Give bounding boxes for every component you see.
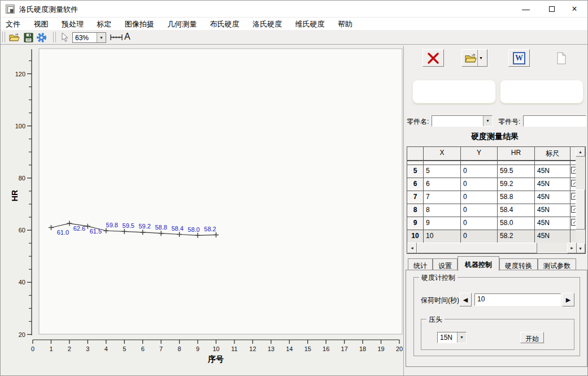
cell-scale: 45N [535,165,570,178]
settings-button[interactable] [35,32,47,43]
data-point-label: 59.2 [138,223,150,230]
cell-y: 0 [461,191,498,204]
cell-hr: 58.2 [498,230,535,243]
cell-x: 6 [424,178,461,191]
svg-text:60: 60 [19,227,25,234]
hold-time-input[interactable]: 10 [474,293,561,306]
control-tabs: 统计 设置 机器控制 硬度转换 测试参数 [406,256,587,271]
data-point-label: 58.0 [188,226,199,233]
svg-text:4: 4 [104,345,108,352]
header-scale: 标尺 [535,147,570,161]
cell-y: 0 [461,178,498,191]
svg-text:1: 1 [49,345,53,352]
cell-x: 9 [424,217,461,230]
table-row[interactable]: 8 8 0 58.4 45N ✓ [407,204,577,217]
hold-time-increase-button[interactable]: ▶ [562,293,574,306]
y-axis-label: HR [10,190,19,201]
hardness-line-chart: 20406080100120HR012345678910111213141516… [1,46,403,376]
svg-text:18: 18 [359,345,366,352]
table-row[interactable]: 5 5 0 59.5 45N ✓ [407,165,577,178]
table-row-partial [407,161,577,165]
gear-icon [36,32,47,43]
cell-x: 7 [424,191,461,204]
svg-text:40: 40 [19,279,25,286]
chevron-down-icon[interactable]: ▼ [457,332,466,343]
data-point-label: 59.8 [106,222,118,228]
menu-brinell[interactable]: 布氏硬度 [207,18,243,31]
zoom-level-combobox[interactable]: 63% ▼ [72,32,106,43]
minimize-button[interactable]: — [513,1,539,18]
menu-vickers[interactable]: 维氏硬度 [292,18,328,31]
text-annotation-button[interactable]: A [124,32,130,42]
indenter-value: 15N [440,334,452,342]
tab-machine-control[interactable]: 机器控制 [458,256,499,271]
cell-hr: 59.2 [498,178,535,191]
cell-rownum: 10 [407,230,424,243]
toolbar-separator [2,32,5,42]
cell-x: 10 [424,230,461,243]
menu-view[interactable]: 视图 [30,18,51,31]
titlebar: 洛氏硬度测量软件 — × [1,1,587,18]
table-scroll-left-button[interactable]: ◄ [407,243,417,253]
svg-text:2: 2 [68,345,71,352]
tab-settings[interactable]: 设置 [433,258,458,271]
new-document-button[interactable] [551,49,572,67]
export-word-button[interactable]: W [508,49,530,67]
table-scroll-down-button[interactable]: ▼ [576,244,585,253]
table-scroll-up-button[interactable]: ▲ [576,147,585,157]
menu-calibration[interactable]: 标定 [93,18,115,31]
toolbar-separator [53,32,56,42]
ruler-icon [110,34,123,41]
part-number-input[interactable] [523,115,586,127]
table-header-row: X Y HR 标尺 [407,147,577,161]
save-button[interactable] [22,32,34,43]
tester-control-groupbox: 硬度计控制 保荷时间(秒) ◀ 10 ▶ 压头 15N ▼ 开始 [413,277,580,356]
select-cursor-button[interactable] [59,32,71,43]
svg-text:19: 19 [377,345,384,352]
table-row[interactable]: 9 9 0 58.0 45N ✓ [407,217,577,230]
display-panel-left [412,80,496,103]
tab-test-parameters[interactable]: 测试参数 [538,258,576,271]
table-row-selected[interactable]: 10 10 0 58.2 45N [407,230,577,243]
menu-rockwell[interactable]: 洛氏硬度 [249,18,285,31]
menu-geometry-measure[interactable]: 几何测量 [164,18,200,31]
cell-rownum: 9 [407,217,424,230]
menu-preprocess[interactable]: 预处理 [58,18,87,31]
chevron-down-icon[interactable]: ▼ [477,50,484,66]
menu-image-capture[interactable]: 图像拍摄 [121,18,158,31]
data-point-label: 61.5 [90,228,102,235]
table-scroll-right-button[interactable]: ► [567,243,577,253]
cell-x: 8 [424,204,461,217]
hold-time-decrease-button[interactable]: ◀ [459,293,472,306]
open-file-button[interactable] [8,32,21,43]
svg-text:13: 13 [268,345,275,352]
menu-file[interactable]: 文件 [2,18,24,31]
table-row[interactable]: 6 6 0 59.2 45N ✓ [407,178,577,191]
svg-text:20: 20 [396,345,403,352]
indenter-combobox[interactable]: 15N ▼ [437,332,467,343]
menu-help[interactable]: 帮助 [334,18,356,31]
close-button[interactable]: × [561,1,587,18]
cell-scale: 45N [535,230,570,243]
data-point-label: 58.4 [171,225,183,232]
open-report-button[interactable]: ▼ [461,49,487,67]
delete-record-button[interactable] [423,49,444,67]
table-row[interactable]: 7 7 0 58.8 45N ✓ [407,191,577,204]
toolbar: 63% ▼ A [1,30,587,45]
svg-text:3: 3 [86,345,89,352]
chevron-down-icon[interactable]: ▼ [97,33,106,42]
tab-statistics[interactable]: 统计 [408,258,433,271]
table-vscroll-thumb[interactable] [576,189,585,230]
cell-scale: 45N [535,204,570,217]
svg-text:16: 16 [323,345,329,352]
tab-hardness-conversion[interactable]: 硬度转换 [499,258,538,271]
svg-text:5: 5 [123,345,126,352]
table-hscroll-thumb[interactable] [417,243,537,253]
part-name-combobox[interactable]: ▼ [432,115,493,127]
chevron-down-icon[interactable]: ▼ [483,116,492,126]
blank-page-icon [556,52,567,64]
results-panel: ▼ W 零件名: ▼ 零件号: 硬度测量结果 X Y [403,46,588,376]
measure-tool-button[interactable] [109,32,124,43]
cell-scale: 45N [535,217,570,230]
start-button[interactable]: 开始 [520,332,544,343]
